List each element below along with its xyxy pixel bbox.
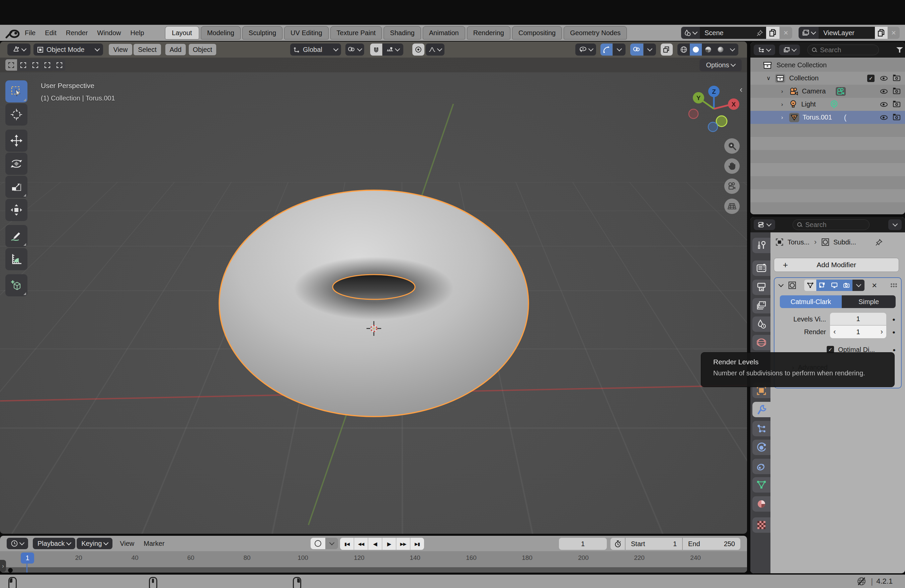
visibility-dropdown[interactable] bbox=[575, 43, 596, 56]
toggle-realtime[interactable] bbox=[828, 280, 840, 291]
expand-caret[interactable]: › bbox=[781, 88, 787, 95]
properties-options-dropdown[interactable] bbox=[888, 219, 902, 230]
current-frame-indicator[interactable]: 1 bbox=[21, 553, 34, 564]
current-frame-field[interactable]: 1 bbox=[559, 538, 607, 550]
keyframe-dot[interactable]: ● bbox=[892, 329, 895, 335]
proportional-editing-toggle[interactable] bbox=[412, 43, 424, 56]
scene-delete-button[interactable]: × bbox=[780, 27, 792, 39]
select-mode-invert[interactable] bbox=[41, 59, 53, 71]
pan-view-button[interactable] bbox=[724, 158, 740, 174]
menu-marker[interactable]: Marker bbox=[144, 540, 164, 547]
end-frame-field[interactable]: End 250 bbox=[683, 538, 740, 550]
select-mode-extend[interactable] bbox=[17, 59, 29, 71]
tab-scene[interactable] bbox=[753, 316, 770, 332]
tab-uv-editing[interactable]: UV Editing bbox=[284, 26, 329, 40]
shading-material-button[interactable] bbox=[702, 43, 714, 56]
outliner-row-camera[interactable]: › Camera bbox=[750, 85, 905, 98]
start-frame-field[interactable]: Start 1 bbox=[626, 538, 683, 550]
menu-select[interactable]: Select bbox=[133, 44, 161, 55]
menu-edit[interactable]: Edit bbox=[45, 29, 56, 37]
tab-physics[interactable] bbox=[753, 440, 770, 455]
tab-object-data[interactable] bbox=[753, 477, 770, 493]
hide-viewport-icon[interactable] bbox=[880, 76, 888, 81]
levels-viewport-field[interactable]: 1 bbox=[830, 313, 886, 326]
expand-caret[interactable]: › bbox=[781, 114, 787, 121]
camera-view-button[interactable] bbox=[724, 178, 740, 194]
hide-viewport-icon[interactable] bbox=[880, 102, 888, 107]
play-button[interactable]: ▶ bbox=[382, 538, 396, 550]
menu-view[interactable]: View bbox=[109, 44, 132, 55]
outliner-row-collection[interactable]: ∨ Collection ✓ bbox=[750, 72, 905, 85]
tab-animation[interactable]: Animation bbox=[423, 26, 465, 40]
tab-geometry-nodes[interactable]: Geometry Nodes bbox=[564, 26, 627, 40]
disable-render-icon[interactable] bbox=[893, 115, 900, 120]
pin-icon[interactable] bbox=[757, 29, 764, 36]
tab-modifiers[interactable] bbox=[753, 402, 772, 417]
tool-rotate[interactable] bbox=[5, 153, 27, 175]
gizmos-toggle[interactable] bbox=[600, 43, 613, 56]
add-modifier-button[interactable]: + Add Modifier bbox=[774, 258, 899, 272]
tab-compositing[interactable]: Compositing bbox=[512, 26, 562, 40]
tool-select-box[interactable] bbox=[5, 80, 27, 102]
tool-scale[interactable] bbox=[5, 176, 27, 198]
breadcrumb-data-label[interactable]: Subdi... bbox=[834, 238, 856, 246]
menu-render[interactable]: Render bbox=[66, 29, 88, 37]
breadcrumb-object-label[interactable]: Torus... bbox=[788, 238, 810, 246]
shading-dropdown[interactable] bbox=[727, 43, 738, 56]
disable-render-icon[interactable] bbox=[893, 89, 900, 94]
tab-modeling[interactable]: Modeling bbox=[201, 26, 241, 40]
tool-move[interactable] bbox=[5, 130, 27, 152]
options-dropdown[interactable]: Options bbox=[700, 59, 741, 72]
menu-object[interactable]: Object bbox=[189, 44, 216, 55]
overlays-dropdown[interactable] bbox=[644, 43, 656, 56]
outliner-row-torus[interactable]: › Torus.001 ( bbox=[750, 111, 905, 124]
tool-cursor[interactable] bbox=[5, 103, 27, 126]
overlays-toggle[interactable] bbox=[630, 43, 643, 56]
menu-playback[interactable]: Playback bbox=[33, 538, 75, 549]
mode-dropdown[interactable]: Object Mode bbox=[33, 43, 103, 56]
viewlayer-delete-button[interactable]: × bbox=[888, 27, 900, 39]
xray-toggle[interactable] bbox=[660, 43, 673, 56]
decrement-arrow[interactable]: ‹ bbox=[834, 327, 836, 336]
viewlayer-type-dropdown[interactable] bbox=[799, 27, 819, 39]
tool-add-cube[interactable] bbox=[5, 274, 27, 296]
sidebar-collapse-arrow[interactable]: ‹ bbox=[740, 84, 743, 95]
menu-timeline-view[interactable]: View bbox=[120, 540, 134, 547]
tab-texture[interactable] bbox=[753, 517, 770, 533]
tab-tool[interactable] bbox=[753, 238, 770, 253]
expand-caret[interactable]: ∨ bbox=[767, 75, 772, 82]
tab-rendering[interactable]: Rendering bbox=[467, 26, 510, 40]
timeline-editor-dropdown[interactable] bbox=[7, 538, 28, 549]
jump-to-end-button[interactable]: ▶▮ bbox=[410, 538, 424, 550]
gizmos-dropdown[interactable] bbox=[613, 43, 626, 56]
outliner-search-field[interactable]: Search bbox=[807, 44, 879, 55]
play-reverse-button[interactable]: ◀ bbox=[368, 538, 382, 550]
viewport-3d[interactable]: Object Mode View Select Add Object Globa… bbox=[0, 41, 747, 534]
viewlayer-new-button[interactable] bbox=[875, 27, 888, 39]
keyframe-dot-marker[interactable] bbox=[8, 568, 13, 573]
tool-measure[interactable] bbox=[5, 248, 27, 270]
select-mode-intersect[interactable] bbox=[54, 59, 65, 71]
scene-type-dropdown[interactable] bbox=[681, 27, 700, 39]
outliner-display-dropdown[interactable] bbox=[754, 44, 775, 55]
tab-world[interactable] bbox=[753, 335, 770, 350]
menu-file[interactable]: File bbox=[25, 29, 35, 37]
torus-object[interactable] bbox=[217, 188, 532, 420]
render-levels-field[interactable]: ‹ 1 › bbox=[830, 326, 886, 338]
tab-constraints[interactable] bbox=[753, 459, 770, 474]
blender-logo-icon[interactable] bbox=[5, 27, 20, 39]
select-mode-subtract[interactable] bbox=[29, 59, 41, 71]
autokey-dropdown[interactable] bbox=[325, 538, 338, 549]
hide-viewport-icon[interactable] bbox=[880, 89, 888, 94]
collection-checkbox[interactable]: ✓ bbox=[867, 75, 875, 82]
prev-keyframe-button[interactable]: ◀◀ bbox=[354, 538, 368, 550]
filter-funnel-icon[interactable] bbox=[896, 47, 903, 53]
tab-texture-paint[interactable]: Texture Paint bbox=[330, 26, 382, 40]
tab-material[interactable] bbox=[753, 496, 770, 512]
transform-orientation-dropdown[interactable]: Global bbox=[290, 43, 341, 56]
tool-annotate[interactable] bbox=[5, 225, 27, 247]
snap-with-dropdown[interactable] bbox=[383, 43, 403, 56]
modifier-close-button[interactable]: × bbox=[872, 280, 877, 291]
scene-name-field[interactable]: Scene bbox=[700, 27, 766, 39]
playhead-line[interactable] bbox=[27, 563, 27, 573]
